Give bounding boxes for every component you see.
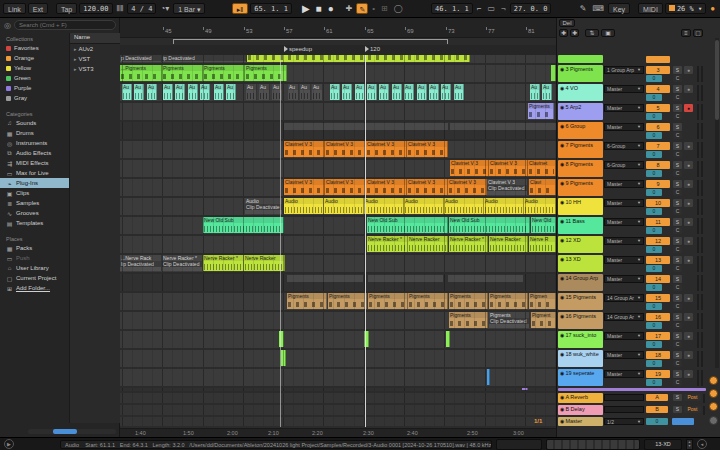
arm-button[interactable]: ● <box>684 294 693 302</box>
arrangement-lane[interactable]: Pigments <box>120 103 556 120</box>
clip[interactable]: AudioClip Deactivate <box>245 198 283 214</box>
clip[interactable]: Nerve Racker *Clip Deactivated <box>162 255 203 271</box>
volume-field[interactable]: 0 <box>646 322 662 329</box>
output-routing-dropdown[interactable]: Master▼ <box>604 237 644 245</box>
volume-field[interactable]: 0 <box>646 170 662 177</box>
clip[interactable]: Au <box>379 84 389 100</box>
clip[interactable]: Pigments <box>368 293 408 309</box>
solo-button[interactable]: S <box>673 85 682 93</box>
solo-button[interactable]: S <box>673 66 682 74</box>
track-activator-button[interactable]: 4 <box>646 85 670 93</box>
play-button[interactable]: ▶ <box>300 3 312 14</box>
clip[interactable]: Audio <box>524 198 556 214</box>
cpu-meter[interactable]: 26 % ▾ <box>665 3 706 14</box>
track-fold-icon[interactable]: ◉ <box>560 351 564 357</box>
volume-field[interactable]: 0 <box>646 360 662 367</box>
clip[interactable]: Au <box>226 84 236 100</box>
track-header-row[interactable]: ◉12 XDMaster▼12S●0C <box>557 236 707 254</box>
browser-hscrollbar[interactable] <box>28 429 116 434</box>
track-activator-button[interactable]: 8 <box>646 161 670 169</box>
clip[interactable]: Pigments <box>449 293 488 309</box>
arrangement-lane[interactable]: AudioClip DeactivateAudioAudioAudioAudio… <box>120 198 556 215</box>
track-name-cell[interactable]: ◉15 Pigments <box>558 293 603 310</box>
time-ruler[interactable]: 1:401:502:002:102:202:302:402:503:00 <box>120 428 556 437</box>
arrangement-lane[interactable]: ...PigmentsPigmentsPigmentsPigments <box>120 65 556 82</box>
sidebar-item-current-project[interactable]: ▢Current Project <box>0 273 69 283</box>
draw-mode-icon[interactable]: ✎ <box>578 3 589 14</box>
track-header-row[interactable]: ◉7 Pigments6-Group▼7S●0C <box>557 141 707 159</box>
clip[interactable]: Au <box>200 84 210 100</box>
track-activator-button[interactable]: 5 <box>646 104 670 112</box>
arm-button[interactable]: ● <box>684 161 693 169</box>
track-name-cell[interactable]: ◉16 Pigments <box>558 312 603 329</box>
volume-field[interactable]: 0 <box>646 227 662 234</box>
clip[interactable]: ...Nerve Racklip Deactivated <box>120 255 162 271</box>
arrangement-position-display[interactable]: 65. 1. 1 <box>250 3 292 14</box>
arm-button[interactable]: ● <box>684 199 693 207</box>
sidebar-item-purple[interactable]: Purple <box>0 83 69 93</box>
solo-button[interactable]: S <box>673 332 682 340</box>
clip[interactable]: Audio <box>484 198 524 214</box>
track-activator-button[interactable]: 6 <box>646 123 670 131</box>
panel-vscrollbar-thumb[interactable] <box>715 40 719 120</box>
phase-nudge-icons[interactable]: ⫴⫴ <box>115 3 126 14</box>
master-time-signature-marker[interactable]: 1/1 <box>534 418 542 424</box>
track-header-row[interactable]: ◉17 suck_intoMaster▼17S●0C <box>557 331 707 349</box>
arrangement-lane[interactable] <box>120 417 556 426</box>
playhead-line[interactable] <box>365 55 366 427</box>
clip[interactable] <box>522 388 528 390</box>
track-activator-button[interactable]: 11 <box>646 218 670 226</box>
list-item[interactable]: ▸AUv2 <box>70 44 121 54</box>
group-clip-region[interactable] <box>287 275 363 282</box>
automation-arm-button[interactable]: ✎ <box>356 3 368 14</box>
clip[interactable]: ip Deactivated <box>162 55 247 62</box>
tempo-field[interactable]: 120.00 <box>79 3 112 14</box>
clip[interactable]: Clavinet V 3 <box>450 160 489 176</box>
arrangement-lane[interactable] <box>120 331 556 348</box>
loop-brace[interactable] <box>173 39 448 44</box>
mixer-toggle-mixer-icon[interactable] <box>709 402 718 411</box>
return-activator-button[interactable]: A <box>646 394 668 401</box>
volume-field[interactable]: 0 <box>646 303 662 310</box>
clip[interactable]: Clavinet V 3 <box>489 160 528 176</box>
clip[interactable]: Au <box>392 84 402 100</box>
key-map-button[interactable]: Key <box>608 3 630 14</box>
clip[interactable]: Au <box>441 84 451 100</box>
track-name-cell[interactable]: ◉9 Pigments <box>558 179 603 196</box>
sidebar-item-green[interactable]: Green <box>0 73 69 83</box>
arm-button[interactable]: ● <box>684 313 693 321</box>
track-activator-button[interactable]: 17 <box>646 332 670 340</box>
clip[interactable]: Audio <box>324 198 364 214</box>
output-routing-dropdown[interactable]: Master▼ <box>604 351 644 359</box>
clip[interactable]: Au <box>188 84 198 100</box>
clip[interactable]: Pigments <box>203 65 245 81</box>
sidebar-item-instruments[interactable]: ◎Instruments <box>0 138 69 148</box>
clip[interactable]: Au <box>330 84 340 100</box>
clip[interactable]: Au <box>147 84 157 100</box>
output-routing-dropdown[interactable]: Master▼ <box>604 256 644 264</box>
pan-field[interactable]: C <box>673 322 682 329</box>
clip[interactable]: Nerve Racker <box>408 236 448 252</box>
clip[interactable]: Clavinet V 3 <box>366 141 407 157</box>
io-toggle-button[interactable]: ⇅ <box>585 29 599 37</box>
track-name-cell[interactable]: ◉6 Group <box>558 122 603 139</box>
track-name-cell[interactable]: ◉10 HH <box>558 198 603 215</box>
clip[interactable]: Clavinet V 3 <box>407 141 448 157</box>
arrangement-lane[interactable] <box>120 122 556 139</box>
track-header-row[interactable]: ◉13 XDMaster▼13S●0C <box>557 255 707 273</box>
clip[interactable]: Pigments <box>408 293 448 309</box>
arrangement-lane[interactable] <box>120 388 556 391</box>
track-header-row[interactable]: ◉10 HHMaster▼10S●0C <box>557 198 707 216</box>
track-fold-icon[interactable]: ◉ <box>560 161 564 167</box>
track-fold-icon[interactable]: ◉ <box>560 418 564 424</box>
track-name-cell[interactable]: ◉3 Pigments <box>558 65 603 82</box>
mixer-toggle-sends-icon[interactable] <box>709 376 718 385</box>
clip[interactable] <box>281 350 286 366</box>
clip[interactable]: Audio <box>404 198 444 214</box>
reenable-automation-button[interactable]: • <box>370 3 377 14</box>
track-header-row[interactable] <box>557 388 707 392</box>
volume-field[interactable]: 0 <box>646 132 662 139</box>
selection-marker-line[interactable] <box>280 55 281 427</box>
track-name-cell[interactable]: ◉8 Pigments <box>558 160 603 177</box>
pan-field[interactable]: C <box>673 189 682 196</box>
